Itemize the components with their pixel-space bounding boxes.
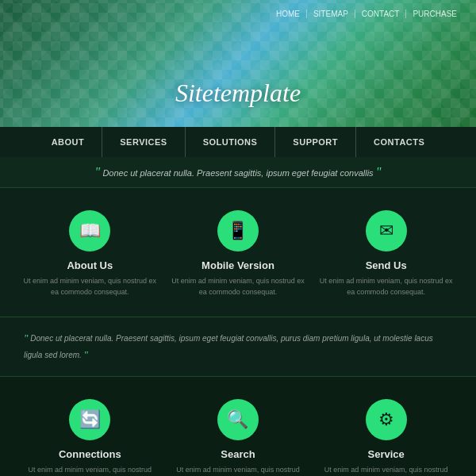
feature-title: Mobile Version [171, 259, 305, 271]
mail-icon: ✉ [366, 210, 407, 251]
mobile-icon: 📱 [217, 210, 259, 251]
page-header: HOMESITEMAPCONTACTPURCHASE Sitetemplate [0, 0, 476, 127]
feature-title: Send Us [319, 259, 454, 271]
feature2-title: Connections [22, 448, 157, 460]
features-section-2: 🔄 Connections Ut enim ad minim veniam, q… [0, 377, 476, 476]
open-quote2: " [24, 332, 28, 344]
feature2-desc: Ut enim ad minim veniam, quis nostrud ex… [22, 465, 157, 476]
search-icon: 🔍 [217, 399, 259, 440]
site-title: Sitetemplate [175, 79, 301, 108]
feature-desc: Ut enim ad minim veniam, quis nostrud ex… [171, 276, 305, 298]
top-nav-item-purchase[interactable]: PURCHASE [406, 10, 463, 18]
feature2-desc: Ut enim ad minim veniam, quis nostrud ex… [319, 465, 454, 476]
feature-title: About Us [22, 259, 157, 271]
features-section-1: 📖 About Us Ut enim ad minim veniam, quis… [0, 188, 476, 317]
feature-item-send-us: ✉ Send Us Ut enim ad minim veniam, quis … [319, 210, 454, 298]
quote2-text: " Donec ut placerat nulla. Praesent sagi… [24, 330, 452, 363]
top-nav-item-home[interactable]: HOME [270, 10, 307, 18]
quote-banner: " Donec ut placerat nulla. Praesent sagi… [0, 157, 476, 188]
feature2-item-connections: 🔄 Connections Ut enim ad minim veniam, q… [22, 399, 157, 476]
feature-item-mobile-version: 📱 Mobile Version Ut enim ad minim veniam… [171, 210, 305, 298]
quote2-section: " Donec ut placerat nulla. Praesent sagi… [0, 317, 476, 377]
nav-item-services[interactable]: SERVICES [102, 127, 185, 157]
feature-desc: Ut enim ad minim veniam, quis nostrud ex… [22, 276, 157, 298]
feature2-item-service: ⚙ Service Ut enim ad minim veniam, quis … [319, 399, 454, 476]
book-icon: 📖 [69, 210, 110, 251]
top-nav-item-sitemap[interactable]: SITEMAP [307, 10, 355, 18]
feature2-title: Service [319, 448, 454, 460]
nav-item-contacts[interactable]: CONTACTS [356, 127, 442, 157]
quote1-text: " Donec ut placerat nulla. Praesent sagi… [95, 168, 382, 178]
main-navigation: ABOUTSERVICESSOLUTIONSSUPPORTCONTACTS [0, 127, 476, 157]
feature-desc: Ut enim ad minim veniam, quis nostrud ex… [319, 276, 454, 298]
nav-item-solutions[interactable]: SOLUTIONS [186, 127, 276, 157]
nav-item-support[interactable]: SUPPORT [275, 127, 356, 157]
close-quote: " [376, 165, 382, 178]
top-navigation: HOMESITEMAPCONTACTPURCHASE [270, 10, 463, 18]
open-quote: " [95, 165, 101, 178]
nav-item-about[interactable]: ABOUT [34, 127, 103, 157]
feature-item-about-us: 📖 About Us Ut enim ad minim veniam, quis… [22, 210, 157, 298]
feature2-title: Search [171, 448, 305, 460]
close-quote2: " [84, 348, 88, 360]
feature2-item-search: 🔍 Search Ut enim ad minim veniam, quis n… [171, 399, 305, 476]
feature2-desc: Ut enim ad minim veniam, quis nostrud ex… [171, 465, 305, 476]
connections-icon: 🔄 [69, 399, 110, 440]
top-nav-item-contact[interactable]: CONTACT [355, 10, 407, 18]
service-icon: ⚙ [366, 399, 407, 440]
header-bg-pattern [0, 0, 476, 127]
